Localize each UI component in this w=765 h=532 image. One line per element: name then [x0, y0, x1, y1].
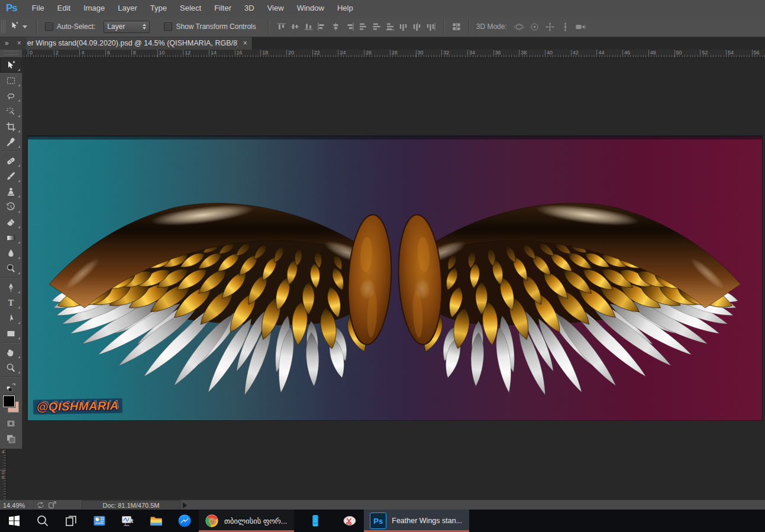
pen-tool[interactable] [0, 280, 22, 295]
dodge-tool[interactable] [0, 261, 22, 276]
screen-mode[interactable] [0, 431, 22, 446]
ruler-label: 6 [105, 50, 110, 57]
auto-select-scope-dropdown[interactable]: Layer [104, 21, 150, 33]
quick-mask-mode[interactable] [0, 416, 22, 431]
start-button[interactable] [0, 510, 28, 532]
menu-select[interactable]: Select [173, 0, 208, 17]
chrome-button[interactable]: თბილისის ფორ... [199, 510, 294, 532]
current-tool-preset[interactable] [10, 21, 27, 33]
distribute-bottom-edges-icon[interactable] [383, 20, 397, 33]
move-tool[interactable] [0, 57, 22, 73]
zoom-level-field[interactable]: 14.49% [0, 500, 34, 510]
file-explorer-button[interactable] [142, 510, 170, 532]
align-distribute-icons [275, 20, 438, 33]
clone-stamp-tool[interactable] [0, 184, 22, 199]
share-export-icon[interactable] [46, 501, 58, 510]
ruler-label: 2 [54, 50, 59, 57]
distribute-vertical-centers-icon[interactable] [370, 20, 383, 33]
menu-view[interactable]: View [261, 0, 290, 17]
align-bottom-edges-icon[interactable] [302, 20, 315, 33]
spot-healing-brush-tool[interactable] [0, 153, 22, 168]
snipping-tool-button[interactable] [335, 510, 364, 532]
auto-select-checkbox[interactable] [45, 22, 53, 31]
menu-window[interactable]: Window [290, 0, 331, 17]
type-tool[interactable]: T [0, 295, 22, 310]
menu-help[interactable]: Help [331, 0, 360, 17]
control-panel-icon [92, 514, 106, 528]
auto-select-label: Auto-Select: [57, 22, 95, 31]
adobe-drive-icon[interactable] [34, 501, 46, 510]
chrome-icon [205, 514, 219, 528]
panel-grip[interactable] [4, 50, 18, 57]
tab-overflow-chevron[interactable]: » [0, 37, 12, 50]
stepper-arrows-icon [143, 24, 146, 30]
distribute-left-edges-icon[interactable] [397, 20, 411, 33]
menu-layer[interactable]: Layer [111, 0, 144, 17]
options-bar-grip[interactable] [1, 20, 5, 33]
status-bar: 14.49% Doc: 81.1M/470.5M [0, 499, 765, 510]
ruler-label: 34 [467, 50, 475, 57]
ruler-label: 8 [131, 50, 136, 57]
photoshop-logo: Ps [6, 2, 17, 14]
photoshop-icon: Ps [370, 512, 386, 529]
search-button[interactable] [28, 510, 57, 532]
align-vertical-centers-icon[interactable] [288, 20, 302, 33]
distribute-horizontal-centers-icon[interactable] [411, 20, 424, 33]
rectangle-tool[interactable] [0, 326, 22, 341]
3d-slide-icon[interactable] [558, 20, 573, 33]
distribute-top-edges-icon[interactable] [356, 20, 370, 33]
distribute-right-edges-icon[interactable] [424, 20, 438, 33]
eyedropper-tool[interactable] [0, 134, 22, 150]
crop-tool[interactable] [0, 119, 22, 134]
horizontal-ruler[interactable]: 0246810121416182022242628303234363840424… [6, 50, 765, 58]
doc-size-text: Doc: 81.1M/470.5M [103, 502, 160, 509]
menu-image[interactable]: Image [77, 0, 111, 17]
task-view-button[interactable] [57, 510, 85, 532]
history-brush-tool[interactable] [0, 199, 22, 215]
doc-size-readout[interactable]: Doc: 81.1M/470.5M [82, 500, 180, 510]
document-tab[interactable]: er Wings stand(04.09.2020).psd @ 14.5% (… [26, 37, 253, 50]
3d-pan-icon[interactable] [543, 20, 558, 33]
brush-tool[interactable] [0, 168, 22, 184]
ruler-label: 36 [493, 50, 501, 57]
zoom-tool[interactable] [0, 360, 22, 375]
tools-list: T [0, 57, 22, 446]
show-transform-controls-checkbox[interactable] [164, 22, 172, 31]
3d-camera-icon[interactable] [573, 20, 589, 33]
ruler-label: 44 [596, 50, 604, 57]
status-flyout-arrow-icon[interactable] [183, 502, 187, 508]
auto-align-layers-icon[interactable] [450, 20, 463, 33]
task-manager-button[interactable] [114, 510, 142, 532]
document-canvas[interactable]: @QISHMARIA [28, 136, 762, 420]
3d-orbit-icon[interactable] [512, 20, 527, 33]
align-top-edges-icon[interactable] [275, 20, 288, 33]
hand-tool[interactable] [0, 345, 22, 360]
menu-3d[interactable]: 3D [238, 0, 261, 17]
3d-roll-icon[interactable] [527, 20, 543, 33]
swap-colors[interactable] [0, 379, 22, 394]
photoshop-button[interactable]: PsFeather Wings stan... [364, 510, 469, 532]
taskbar-button-label: Feather Wings stan... [392, 517, 462, 525]
your-phone-button[interactable] [301, 510, 330, 532]
align-right-edges-icon[interactable] [343, 20, 356, 33]
hidden-tab-close-icon[interactable]: × [12, 37, 26, 50]
align-horizontal-centers-icon[interactable] [329, 20, 343, 33]
menu-file[interactable]: File [25, 0, 51, 17]
menu-type[interactable]: Type [144, 0, 173, 17]
tab-close-icon[interactable]: × [243, 39, 247, 47]
blur-tool[interactable] [0, 245, 22, 261]
messenger-button[interactable] [170, 510, 199, 532]
eraser-tool[interactable] [0, 215, 22, 230]
menu-filter[interactable]: Filter [208, 0, 238, 17]
menu-edit[interactable]: Edit [51, 0, 77, 17]
control-panel-button[interactable] [85, 510, 114, 532]
lasso-tool[interactable] [0, 88, 22, 103]
color-swatches[interactable] [0, 394, 22, 416]
align-left-edges-icon[interactable] [315, 20, 329, 33]
path-selection-tool[interactable] [0, 310, 22, 326]
gradient-tool[interactable] [0, 230, 22, 245]
foreground-color-swatch[interactable] [3, 395, 15, 407]
magic-wand-tool[interactable] [0, 103, 22, 119]
rectangular-marquee-tool[interactable] [0, 73, 22, 88]
pasteboard[interactable]: @QISHMARIA [0, 57, 765, 499]
